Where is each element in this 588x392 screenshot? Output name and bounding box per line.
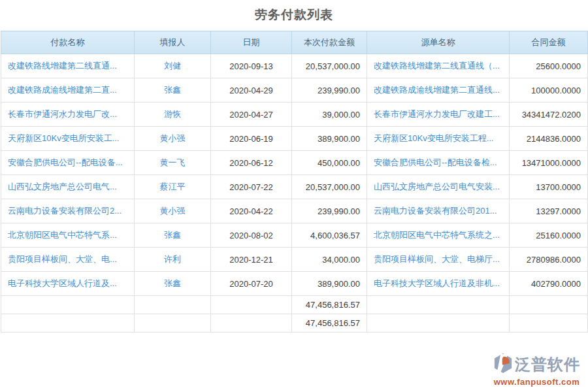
- cell-reporter[interactable]: 张鑫: [135, 78, 211, 103]
- cell-amount: 39,000.00: [292, 103, 367, 127]
- table-row: 山西弘文房地产总公司电气...蔡江平2020-07-2220,537,000.0…: [1, 175, 588, 199]
- cell-reporter[interactable]: 黄小强: [135, 127, 211, 151]
- cell-source[interactable]: 电子科技大学区域人行道及非机...: [367, 272, 510, 296]
- cell-name[interactable]: 长春市伊通河水力发电厂改...: [1, 103, 135, 127]
- vendor-logo: 泛普软件 www.fanpusoft.com: [493, 353, 580, 387]
- cell-date: 2020-04-27: [211, 103, 292, 127]
- cell-contract: 2144836.0000: [510, 127, 588, 151]
- cell-contract: 100000.0000: [510, 78, 588, 103]
- cell-name[interactable]: 安徽合肥供电公司--配电设备...: [1, 151, 135, 175]
- cell-date: 2020-06-12: [211, 151, 292, 175]
- cell-contract: 2780986.0000: [510, 248, 588, 272]
- cell-source[interactable]: 山西弘文房地产总公司电气安装...: [367, 175, 510, 199]
- cell-name[interactable]: 电子科技大学区域人行道及...: [1, 272, 135, 296]
- cell-reporter[interactable]: 刘健: [135, 54, 211, 78]
- cell-date: 2020-07-22: [211, 175, 292, 199]
- cell-amount: 389,900.00: [292, 127, 367, 151]
- cell-reporter[interactable]: 黄小强: [135, 199, 211, 223]
- cell-amount: 4,600,036.57: [292, 223, 367, 248]
- cell-contract: [510, 296, 588, 314]
- table-row: 安徽合肥供电公司--配电设备...黄一飞2020-06-12450,000.00…: [1, 151, 588, 175]
- cell-reporter[interactable]: 许利: [135, 248, 211, 272]
- cell-source[interactable]: 贵阳项目样板间、大堂、电梯厅...: [367, 248, 510, 272]
- column-header-reporter[interactable]: 填报人: [135, 31, 211, 54]
- cell-date: 2020-12-21: [211, 248, 292, 272]
- cell-amount: 20,537,000.00: [292, 175, 367, 199]
- cell-date: [211, 296, 292, 314]
- cell-amount: 20,537,000.00: [292, 54, 367, 78]
- cell-amount: 450,000.00: [292, 151, 367, 175]
- column-header-contract[interactable]: 合同金额: [510, 31, 588, 54]
- cell-name[interactable]: 天府新区10Kv变电所安装工...: [1, 127, 135, 151]
- cell-source[interactable]: 长春市伊通河水力发电厂改建工...: [367, 103, 510, 127]
- cell-amount: 47,456,816.57: [292, 296, 367, 314]
- summary-row: 47,456,816.57: [1, 296, 588, 314]
- cell-amount: 47,456,816.57: [292, 314, 367, 333]
- column-header-date[interactable]: 日期: [211, 31, 292, 54]
- cell-reporter[interactable]: 游恢: [135, 103, 211, 127]
- cell-source[interactable]: 云南电力设备安装有限公司201...: [367, 199, 510, 223]
- table-row: 长春市伊通河水力发电厂改...游恢2020-04-2739,000.00长春市伊…: [1, 103, 588, 127]
- table-row: 电子科技大学区域人行道及...张鑫2020-07-20389,900.00电子科…: [1, 272, 588, 296]
- cell-contract: 13700.0000: [510, 175, 588, 199]
- cell-reporter[interactable]: 张鑫: [135, 223, 211, 248]
- cell-source[interactable]: 改建铁路成渝线增建第二直通线...: [367, 78, 510, 103]
- cell-date: 2020-09-13: [211, 54, 292, 78]
- cell-date: 2020-04-29: [211, 78, 292, 103]
- column-header-source[interactable]: 源单名称: [367, 31, 510, 54]
- cell-source[interactable]: 天府新区10Kv变电所安装工程...: [367, 127, 510, 151]
- cell-reporter[interactable]: 黄一飞: [135, 151, 211, 175]
- cell-reporter[interactable]: 张鑫: [135, 272, 211, 296]
- cell-source[interactable]: 安徽合肥供电公司--配电设备检...: [367, 151, 510, 175]
- table-body: 改建铁路线增建第二线直通...刘健2020-09-1320,537,000.00…: [1, 54, 588, 333]
- cell-name[interactable]: 改建铁路线增建第二线直通...: [1, 54, 135, 78]
- header-row: 付款名称填报人日期本次付款金额源单名称合同金额: [1, 31, 588, 54]
- cell-name[interactable]: 北京朝阳区电气中芯特气系...: [1, 223, 135, 248]
- cell-source: [367, 296, 510, 314]
- cell-contract: 13297.0000: [510, 199, 588, 223]
- page-title: 劳务付款列表: [0, 0, 588, 31]
- cell-date: 2020-04-22: [211, 199, 292, 223]
- cell-reporter: [135, 314, 211, 333]
- cell-contract: 34341472.0200: [510, 103, 588, 127]
- table-row: 贵阳项目样板间、大堂、电...许利2020-12-2134,000.00贵阳项目…: [1, 248, 588, 272]
- vendor-name: 泛普软件: [515, 354, 580, 375]
- table-header: 付款名称填报人日期本次付款金额源单名称合同金额: [1, 31, 588, 54]
- cell-contract: 25600.0000: [510, 54, 588, 78]
- cell-name[interactable]: 贵阳项目样板间、大堂、电...: [1, 248, 135, 272]
- labor-payment-table: 付款名称填报人日期本次付款金额源单名称合同金额 改建铁路线增建第二线直通...刘…: [1, 31, 588, 333]
- table-row: 改建铁路成渝线增建第二直...张鑫2020-04-29239,990.00改建铁…: [1, 78, 588, 103]
- table-row: 云南电力设备安装有限公司2...黄小强2020-04-22239,990.00云…: [1, 199, 588, 223]
- cell-contract: [510, 314, 588, 333]
- vendor-website[interactable]: www.fanpusoft.com: [493, 377, 580, 387]
- cell-amount: 389,900.00: [292, 272, 367, 296]
- summary-row: 47,456,816.57: [1, 314, 588, 333]
- cell-source[interactable]: 北京朝阳区电气中芯特气系统之...: [367, 223, 510, 248]
- cell-name: [1, 314, 135, 333]
- cell-reporter[interactable]: 蔡江平: [135, 175, 211, 199]
- cell-date: 2020-06-19: [211, 127, 292, 151]
- column-header-amount[interactable]: 本次付款金额: [292, 31, 367, 54]
- cell-contract: 402790.0000: [510, 272, 588, 296]
- cell-date: 2020-07-20: [211, 272, 292, 296]
- table-row: 改建铁路线增建第二线直通...刘健2020-09-1320,537,000.00…: [1, 54, 588, 78]
- cell-amount: 239,990.00: [292, 78, 367, 103]
- cell-date: [211, 314, 292, 333]
- cell-contract: 25160.0000: [510, 223, 588, 248]
- table-row: 北京朝阳区电气中芯特气系...张鑫2020-08-024,600,036.57北…: [1, 223, 588, 248]
- cell-source[interactable]: 改建铁路线增建第二线直通线（...: [367, 54, 510, 78]
- cell-name: [1, 296, 135, 314]
- cell-source: [367, 314, 510, 333]
- cell-contract: 13471000.0000: [510, 151, 588, 175]
- cell-name[interactable]: 改建铁路成渝线增建第二直...: [1, 78, 135, 103]
- cell-amount: 239,990.00: [292, 199, 367, 223]
- fanpu-logo-icon: [493, 353, 513, 376]
- cell-reporter: [135, 296, 211, 314]
- cell-date: 2020-08-02: [211, 223, 292, 248]
- cell-amount: 34,000.00: [292, 248, 367, 272]
- cell-name[interactable]: 云南电力设备安装有限公司2...: [1, 199, 135, 223]
- table-row: 天府新区10Kv变电所安装工...黄小强2020-06-19389,900.00…: [1, 127, 588, 151]
- column-header-name[interactable]: 付款名称: [1, 31, 135, 54]
- cell-name[interactable]: 山西弘文房地产总公司电气...: [1, 175, 135, 199]
